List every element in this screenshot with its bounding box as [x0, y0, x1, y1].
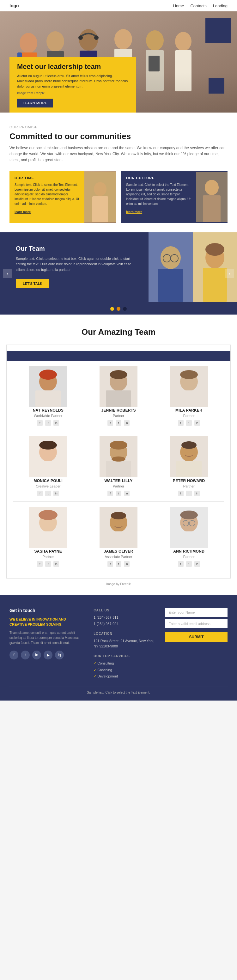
facebook-icon-3[interactable]: f: [178, 420, 184, 426]
twitter-icon-7[interactable]: t: [45, 561, 51, 567]
member-role-5: Partner: [87, 484, 150, 488]
svg-rect-52: [106, 461, 131, 477]
svg-point-19: [94, 182, 107, 196]
svg-rect-23: [203, 196, 221, 222]
member-photo-3: [157, 366, 220, 408]
member-name-6: PETER HOWARD: [157, 479, 220, 483]
our-culture-link[interactable]: learn more: [126, 210, 142, 214]
member-social-5: f t in: [87, 491, 150, 496]
facebook-icon-7[interactable]: f: [37, 561, 43, 567]
facebook-icon-8[interactable]: f: [107, 561, 113, 567]
member-social-6: f t in: [157, 491, 220, 496]
svg-rect-40: [106, 390, 131, 407]
promise-section: OUR PROMISE Committed to our communities…: [0, 113, 237, 232]
nav-links: Home Contacts Landing: [173, 3, 227, 8]
member-role-8: Associate Partner: [87, 555, 150, 558]
dot-3[interactable]: [123, 307, 127, 311]
instagram-icon-4[interactable]: in: [53, 491, 59, 496]
svg-point-4: [46, 31, 64, 51]
facebook-icon-9[interactable]: f: [178, 561, 184, 567]
svg-rect-48: [35, 461, 60, 477]
promise-label: OUR PROMISE: [10, 125, 227, 129]
svg-rect-57: [177, 461, 202, 477]
svg-rect-32: [203, 268, 227, 302]
slider-prev-button[interactable]: ‹: [3, 269, 12, 278]
facebook-icon[interactable]: f: [37, 420, 43, 426]
instagram-icon-5[interactable]: in: [124, 491, 130, 496]
instagram-icon-7[interactable]: in: [53, 561, 59, 567]
instagram-icon-3[interactable]: in: [194, 420, 200, 426]
member-social-8: f t in: [87, 561, 150, 567]
svg-point-37: [39, 369, 57, 380]
member-photo-2: [87, 366, 150, 408]
member-photo-1: [17, 366, 80, 408]
svg-rect-61: [35, 531, 60, 548]
dot-1[interactable]: [110, 307, 114, 311]
team-member-1: NAT REYNOLDS Worldwide Partner f t in: [13, 361, 83, 431]
twitter-icon-2[interactable]: t: [116, 420, 121, 426]
team-member-6: PETER HOWARD Partner f t in: [154, 431, 224, 502]
logo: logo: [10, 3, 19, 8]
our-time-text: Sample text. Click to select the Text El…: [14, 182, 79, 206]
instagram-icon-8[interactable]: in: [124, 561, 130, 567]
svg-point-53: [110, 441, 127, 450]
footer-email-input[interactable]: [165, 619, 227, 628]
team-slider-section: Our Team Sample text. Click to select th…: [0, 232, 237, 315]
footer-address: 121 Rock Street, 21 Avenue, New York, NY…: [94, 638, 156, 649]
twitter-icon-9[interactable]: t: [186, 561, 192, 567]
footer-info-col: CALL US 1 (234) 567-811 1 (234) 987-024 …: [94, 608, 156, 680]
twitter-icon-6[interactable]: t: [186, 491, 192, 496]
hero-box: Meet our leadership team Auctor eu augue…: [10, 57, 136, 113]
twitter-icon-4[interactable]: t: [45, 491, 51, 496]
team-image-credit: Image by Freepik: [6, 582, 231, 586]
member-role-4: Creative Leader: [17, 484, 80, 488]
footer-name-input[interactable]: [165, 608, 227, 617]
svg-point-45: [180, 370, 198, 379]
nav-landing[interactable]: Landing: [213, 3, 227, 8]
svg-point-10: [94, 35, 99, 40]
twitter-icon-3[interactable]: t: [186, 420, 192, 426]
lets-talk-button[interactable]: LET'S TALK: [16, 279, 49, 288]
svg-point-13: [146, 30, 164, 51]
facebook-icon-4[interactable]: f: [37, 491, 43, 496]
slider-photo-1: [148, 232, 193, 303]
twitter-icon[interactable]: t: [45, 420, 51, 426]
footer-call-heading: CALL US: [94, 608, 156, 613]
footer-submit-button[interactable]: SUBMIT: [165, 632, 227, 642]
slider-next-button[interactable]: ›: [225, 269, 234, 278]
svg-point-33: [205, 243, 224, 256]
svg-point-1: [20, 33, 37, 53]
instagram-icon-2[interactable]: in: [124, 420, 130, 426]
footer-instagram-icon[interactable]: ig: [55, 651, 64, 659]
facebook-icon-2[interactable]: f: [107, 420, 113, 426]
hero-title: Meet our leadership team: [17, 63, 128, 71]
team-member-7: SASHA PAYNE Partner f t in: [13, 502, 83, 572]
nav-contacts[interactable]: Contacts: [190, 3, 206, 8]
our-time-link[interactable]: learn more: [14, 210, 31, 214]
learn-more-button[interactable]: LEARN MORE: [17, 99, 53, 108]
footer-bottom-text: Sample text. Click to select the Text El…: [10, 691, 227, 694]
facebook-icon-6[interactable]: f: [178, 491, 184, 496]
facebook-icon-5[interactable]: f: [107, 491, 113, 496]
dot-2[interactable]: [117, 307, 120, 311]
instagram-icon-6[interactable]: in: [194, 491, 200, 496]
instagram-icon-9[interactable]: in: [194, 561, 200, 567]
our-time-image: [84, 171, 116, 223]
footer-facebook-icon[interactable]: f: [10, 651, 18, 659]
member-photo-9: [157, 507, 220, 549]
footer-services-heading: OUR TOP SERVICES: [94, 654, 156, 659]
slider-dots: [0, 303, 237, 315]
twitter-icon-8[interactable]: t: [116, 561, 121, 567]
member-photo-6: [157, 436, 220, 479]
member-photo-5: [87, 436, 150, 479]
twitter-icon-5[interactable]: t: [116, 491, 121, 496]
footer-twitter-icon[interactable]: t: [21, 651, 30, 659]
instagram-icon[interactable]: in: [53, 420, 59, 426]
footer-youtube-icon[interactable]: ▶: [44, 651, 52, 659]
team-grid: NAT REYNOLDS Worldwide Partner f t in: [13, 361, 224, 572]
nav-home[interactable]: Home: [173, 3, 184, 8]
member-role-7: Partner: [17, 555, 80, 558]
our-culture-text: Sample text. Click to select the Text El…: [126, 182, 191, 206]
footer-linkedin-icon[interactable]: in: [32, 651, 41, 659]
footer-form-col: SUBMIT: [165, 608, 227, 680]
